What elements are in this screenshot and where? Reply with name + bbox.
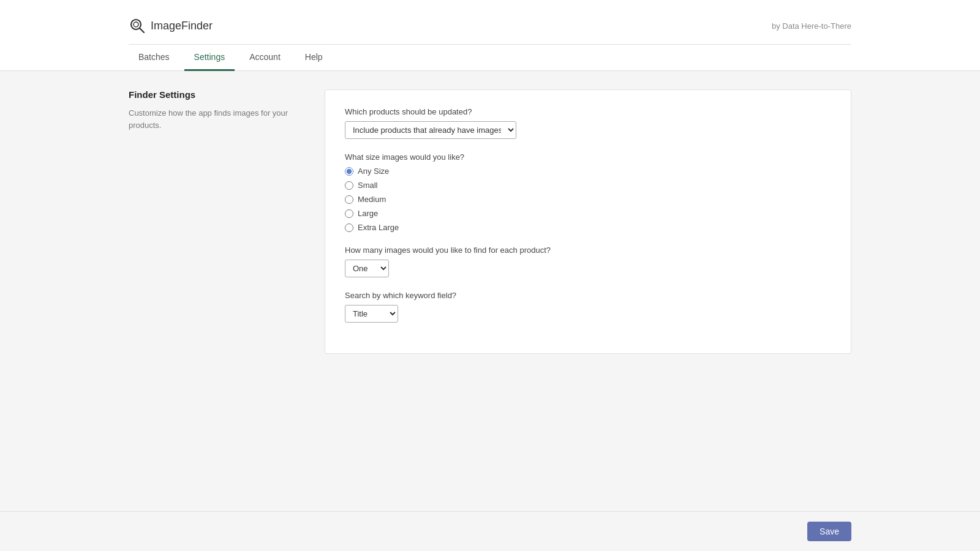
radio-any-size-label: Any Size: [358, 167, 389, 176]
radio-medium-label: Medium: [358, 195, 386, 204]
images-count-select[interactable]: One Two Three Four Five: [345, 260, 389, 277]
radio-extra-large-label: Extra Large: [358, 223, 399, 232]
tab-account[interactable]: Account: [239, 45, 290, 71]
keyword-group: Search by which keyword field? Title SKU…: [345, 291, 831, 323]
products-select[interactable]: Include products that already have image…: [345, 121, 516, 139]
logo-area: ImageFinder: [129, 17, 213, 34]
radio-any-size[interactable]: Any Size: [345, 167, 831, 176]
radio-extra-large-input[interactable]: [345, 223, 353, 232]
image-size-radio-group: Any Size Small Medium Large: [345, 167, 831, 232]
image-size-group: What size images would you like? Any Siz…: [345, 152, 831, 232]
radio-medium-input[interactable]: [345, 195, 353, 204]
logo-icon: [129, 17, 146, 34]
save-button[interactable]: Save: [807, 522, 851, 541]
radio-large-input[interactable]: [345, 209, 353, 218]
section-desc: Customize how the app finds images for y…: [129, 107, 300, 131]
radio-large-label: Large: [358, 209, 378, 218]
radio-small[interactable]: Small: [345, 181, 831, 190]
header: ImageFinder by Data Here-to-There: [0, 0, 980, 44]
settings-card: Which products should be updated? Includ…: [325, 89, 851, 354]
products-group: Which products should be updated? Includ…: [345, 107, 831, 139]
radio-large[interactable]: Large: [345, 209, 831, 218]
tab-help[interactable]: Help: [295, 45, 333, 71]
products-label: Which products should be updated?: [345, 107, 831, 116]
image-size-label: What size images would you like?: [345, 152, 831, 162]
keyword-label: Search by which keyword field?: [345, 291, 831, 300]
footer-bar: Save: [0, 511, 980, 551]
svg-point-2: [134, 22, 138, 27]
main-content: Finder Settings Customize how the app fi…: [0, 71, 980, 511]
images-count-group: How many images would you like to find f…: [345, 246, 831, 277]
app-container: ImageFinder by Data Here-to-There Batche…: [0, 0, 980, 551]
svg-line-1: [140, 28, 144, 32]
radio-extra-large[interactable]: Extra Large: [345, 223, 831, 232]
radio-medium[interactable]: Medium: [345, 195, 831, 204]
section-title: Finder Settings: [129, 89, 300, 100]
settings-left-panel: Finder Settings Customize how the app fi…: [129, 89, 325, 354]
radio-small-label: Small: [358, 181, 378, 190]
keyword-select[interactable]: Title SKU Barcode: [345, 305, 398, 323]
app-title: ImageFinder: [151, 20, 213, 32]
images-count-label: How many images would you like to find f…: [345, 246, 831, 255]
tab-settings[interactable]: Settings: [184, 45, 235, 71]
settings-layout: Finder Settings Customize how the app fi…: [129, 71, 851, 372]
header-byline: by Data Here-to-There: [772, 21, 851, 31]
radio-any-size-input[interactable]: [345, 167, 353, 176]
nav-tabs: Batches Settings Account Help: [0, 45, 980, 71]
radio-small-input[interactable]: [345, 181, 353, 190]
tab-batches[interactable]: Batches: [129, 45, 179, 71]
